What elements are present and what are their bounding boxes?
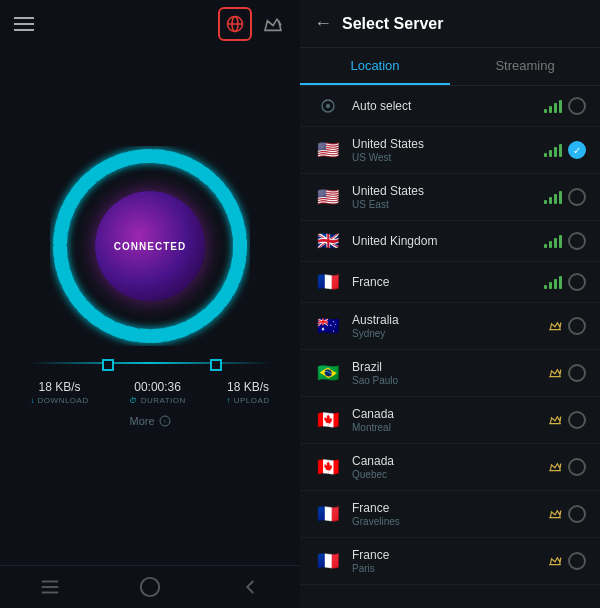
server-name: United Kingdom (352, 234, 544, 248)
menu-nav-icon (39, 576, 61, 598)
signal-bars (544, 143, 562, 157)
duration-stat: 00:00:36 ⏱ DURATION (129, 380, 185, 405)
server-info: CanadaMontreal (352, 407, 548, 433)
server-flag: 🇫🇷 (314, 272, 342, 292)
server-name: France (352, 275, 544, 289)
server-select-radio[interactable] (568, 364, 586, 382)
nav-home[interactable] (139, 576, 161, 598)
server-sub: Sao Paulo (352, 375, 548, 386)
server-right-controls (544, 97, 586, 115)
server-select-radio[interactable] (568, 505, 586, 523)
server-list-item[interactable]: 🇺🇸United StatesUS West (300, 127, 600, 174)
connection-line (30, 362, 270, 364)
server-list-item[interactable]: Auto select (300, 86, 600, 127)
more-button[interactable]: More i (129, 415, 170, 427)
globe-icon (226, 15, 244, 33)
server-info: BrazilSao Paulo (352, 360, 548, 386)
server-right-controls (548, 317, 586, 335)
signal-bars (544, 99, 562, 113)
globe-button[interactable] (218, 7, 252, 41)
server-select-radio[interactable] (568, 232, 586, 250)
signal-bars (544, 190, 562, 204)
server-name: Brazil (352, 360, 548, 374)
info-icon: i (159, 415, 171, 427)
left-nav (0, 565, 300, 608)
server-select-radio[interactable] (568, 411, 586, 429)
server-select-radio[interactable] (568, 97, 586, 115)
duration-label: ⏱ DURATION (129, 396, 185, 405)
server-name: Canada (352, 407, 548, 421)
back-nav-icon (239, 576, 261, 598)
header-icons (218, 7, 286, 41)
server-sub: Sydney (352, 328, 548, 339)
server-info: France (352, 275, 544, 289)
left-content: CONNECTED 18 KB/s ↓ DOWNLOAD 00:00:36 ⏱ … (0, 48, 300, 565)
duration-value: 00:00:36 (134, 380, 181, 394)
stats-row: 18 KB/s ↓ DOWNLOAD 00:00:36 ⏱ DURATION 1… (0, 364, 300, 411)
tab-location[interactable]: Location (300, 48, 450, 85)
server-list-item[interactable]: 🇨🇦CanadaQuebec (300, 444, 600, 491)
server-select-radio[interactable] (568, 317, 586, 335)
server-right-controls (544, 141, 586, 159)
tabs-row: Location Streaming (300, 48, 600, 86)
right-header: ← Select Server (300, 0, 600, 48)
download-stat: 18 KB/s ↓ DOWNLOAD (30, 380, 88, 405)
server-flag: 🇺🇸 (314, 187, 342, 207)
server-list-item[interactable]: 🇨🇦CanadaMontreal (300, 397, 600, 444)
server-right-controls (548, 458, 586, 476)
server-flag: 🇨🇦 (314, 410, 342, 430)
signal-bars (544, 275, 562, 289)
server-list-item[interactable]: 🇬🇧United Kingdom (300, 221, 600, 262)
premium-crown-icon (548, 460, 562, 475)
server-select-radio[interactable] (568, 188, 586, 206)
server-sub: Paris (352, 563, 548, 574)
server-right-controls (544, 273, 586, 291)
crown-button[interactable] (260, 11, 286, 37)
signal-bars (544, 234, 562, 248)
svg-text:i: i (164, 418, 165, 424)
svg-point-11 (141, 578, 159, 596)
server-flag: 🇫🇷 (314, 504, 342, 524)
server-list-item[interactable]: 🇫🇷FranceParis (300, 538, 600, 585)
server-name: United States (352, 137, 544, 151)
server-info: FranceParis (352, 548, 548, 574)
server-flag: 🇨🇦 (314, 457, 342, 477)
vpn-circle: CONNECTED (50, 146, 250, 346)
server-name: Canada (352, 454, 548, 468)
server-right-controls (544, 232, 586, 250)
server-list-item[interactable]: 🇫🇷France (300, 262, 600, 303)
server-info: United StatesUS East (352, 184, 544, 210)
server-info: United Kingdom (352, 234, 544, 248)
upload-stat: 18 KB/s ↑ UPLOAD (227, 380, 270, 405)
download-label: ↓ DOWNLOAD (30, 396, 88, 405)
premium-crown-icon (548, 554, 562, 569)
menu-button[interactable] (14, 17, 34, 31)
server-right-controls (548, 505, 586, 523)
premium-crown-icon (548, 507, 562, 522)
upload-label: ↑ UPLOAD (227, 396, 270, 405)
server-flag: 🇺🇸 (314, 140, 342, 160)
server-list-item[interactable]: 🇫🇷FranceGravelines (300, 491, 600, 538)
tab-streaming[interactable]: Streaming (450, 48, 600, 85)
back-button[interactable]: ← (314, 13, 332, 34)
server-flag: 🇦🇺 (314, 316, 342, 336)
server-info: Auto select (352, 99, 544, 113)
server-list-item[interactable]: 🇧🇷BrazilSao Paulo (300, 350, 600, 397)
server-sub: US West (352, 152, 544, 163)
server-list-item[interactable]: 🇦🇺AustraliaSydney (300, 303, 600, 350)
server-flag: 🇬🇧 (314, 231, 342, 251)
server-name: France (352, 548, 548, 562)
server-info: United StatesUS West (352, 137, 544, 163)
server-select-radio[interactable] (568, 552, 586, 570)
server-select-radio[interactable] (568, 458, 586, 476)
server-sub: Quebec (352, 469, 548, 480)
server-right-controls (548, 552, 586, 570)
nav-back[interactable] (239, 576, 261, 598)
upload-value: 18 KB/s (227, 380, 269, 394)
premium-crown-icon (548, 413, 562, 428)
nav-menu[interactable] (39, 576, 61, 598)
server-select-radio[interactable] (568, 273, 586, 291)
connection-status-circle: CONNECTED (95, 191, 205, 301)
server-list-item[interactable]: 🇺🇸United StatesUS East (300, 174, 600, 221)
server-select-radio[interactable] (568, 141, 586, 159)
